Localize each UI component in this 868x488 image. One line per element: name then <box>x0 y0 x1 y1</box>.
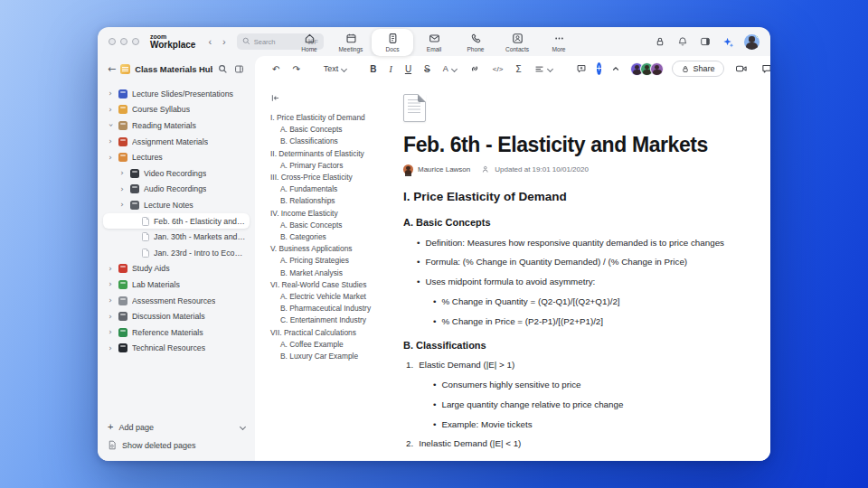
outline-item-v-business-applications[interactable]: V. Business Applications <box>270 243 389 255</box>
bullet-item[interactable]: •Consumers highly sensitive to price <box>403 380 727 389</box>
strikethrough-button[interactable]: S <box>424 64 430 74</box>
chevron-right-icon[interactable]: › <box>107 313 114 321</box>
outline-item-a-fundamentals[interactable]: A. Fundamentals <box>270 183 389 195</box>
bullet-item[interactable]: •% Change in Quantity = (Q2-Q1)/[(Q2+Q1)… <box>403 296 727 306</box>
undo-button[interactable]: ↶ <box>269 62 282 76</box>
outline-item-a-basic-concepts[interactable]: A. Basic Concepts <box>270 220 389 231</box>
outline-item-vi-real-world-case-studies[interactable]: VI. Real-World Case Studies <box>270 279 389 291</box>
tab-home[interactable]: Home <box>288 29 330 55</box>
sidebar-panel-toggle-icon[interactable] <box>233 63 245 75</box>
bullet-item[interactable]: •Uses midpoint formula to avoid asymmetr… <box>403 277 727 286</box>
tab-more[interactable]: More <box>538 29 580 55</box>
tab-email[interactable]: Email <box>413 29 455 55</box>
outline-item-c-entertainment-industry[interactable]: C. Entertainment Industry <box>270 314 389 326</box>
link-button[interactable] <box>467 61 483 76</box>
sidebar-item-reference-materials[interactable]: ›Reference Materials <box>103 324 250 341</box>
code-button[interactable]: </> <box>490 63 506 75</box>
chevron-right-icon[interactable]: › <box>107 106 114 114</box>
chevron-down-icon[interactable]: › <box>107 122 115 129</box>
outline-item-a-coffee-example[interactable]: A. Coffee Example <box>270 339 389 351</box>
bullet-item[interactable]: •Example: Movie tickets <box>403 419 727 429</box>
collaborator-avatar-3[interactable] <box>650 62 664 76</box>
outline-item-b-market-analysis[interactable]: B. Market Analysis <box>270 267 389 279</box>
comment-button[interactable] <box>573 61 590 76</box>
document-page[interactable]: Feb. 6th - Elasticity and Markets Mauric… <box>392 81 770 461</box>
side-panel-icon[interactable] <box>699 35 712 48</box>
chevron-right-icon[interactable]: › <box>107 328 114 336</box>
sidebar-item-lecture-slides-presentations[interactable]: ›Lecture Slides/Presentations <box>103 86 250 102</box>
sidebar-back-icon[interactable]: ← <box>108 63 116 75</box>
share-button[interactable]: Share <box>672 61 724 77</box>
sidebar-item-video-recordings[interactable]: ›Video Recordings <box>103 165 250 182</box>
outline-item-iv-income-elasticity[interactable]: IV. Income Elasticity <box>270 208 389 220</box>
bold-button[interactable]: B <box>370 64 376 74</box>
tab-meetings[interactable]: Meetings <box>330 29 372 55</box>
sidebar-item-assessment-resources[interactable]: ›Assessment Resources <box>103 293 250 309</box>
chevron-right-icon[interactable]: › <box>107 137 114 145</box>
nav-back-button[interactable]: ‹ <box>208 36 212 47</box>
sidebar-item-lectures[interactable]: ›Lectures <box>103 149 250 165</box>
heading-i-price-elasticity-of-demand[interactable]: I. Price Elasticity of Demand <box>403 190 727 203</box>
bullet-item[interactable]: •% Change in Price = (P2-P1)/[(P2+P1)/2] <box>403 316 727 326</box>
document-title[interactable]: Feb. 6th - Elasticity and Markets <box>403 133 727 157</box>
notifications-bell-icon[interactable] <box>676 35 689 48</box>
outline-item-b-luxury-car-example[interactable]: B. Luxury Car Example <box>270 351 389 362</box>
align-dropdown[interactable] <box>532 62 555 76</box>
outline-item-a-basic-concepts[interactable]: A. Basic Concepts <box>270 124 389 136</box>
outline-item-i-price-elasticity-of-demand[interactable]: I. Price Elasticity of Demand <box>270 112 389 124</box>
outline-item-a-pricing-strategies[interactable]: A. Pricing Strategies <box>270 255 389 267</box>
numbered-item[interactable]: 2.Inelastic Demand (|E| < 1) <box>403 438 727 448</box>
sidebar-item-course-syllabus[interactable]: ›Course Syllabus <box>103 102 250 118</box>
italic-button[interactable]: I <box>390 64 392 74</box>
user-avatar[interactable] <box>744 34 760 50</box>
chevron-down-icon[interactable] <box>240 424 246 430</box>
sidebar-item-feb-6th-elasticity-and-m[interactable]: Feb. 6th - Elasticity and M... <box>103 213 250 230</box>
outline-item-ii-determinants-of-elasticity[interactable]: II. Determinants of Elasticity <box>270 148 389 160</box>
insert-block-button[interactable]: + <box>597 62 602 75</box>
sidebar-item-lecture-notes[interactable]: ›Lecture Notes <box>103 197 250 213</box>
chevron-right-icon[interactable]: › <box>107 265 114 273</box>
tab-phone[interactable]: Phone <box>455 29 496 55</box>
sidebar-item-discussion-materials[interactable]: ›Discussion Materials <box>103 308 250 324</box>
bullet-item[interactable]: •Formula: (% Change in Quantity Demanded… <box>403 257 727 267</box>
numbered-item[interactable]: 1.Elastic Demand (|E| > 1) <box>403 360 727 370</box>
collapse-outline-icon[interactable] <box>270 90 281 107</box>
sidebar-item-audio-recordings[interactable]: ›Audio Recordings <box>103 182 250 198</box>
minimize-window-button[interactable] <box>120 38 127 45</box>
outline-item-vii-practical-calculations[interactable]: VII. Practical Calculations <box>270 327 389 339</box>
text-color-dropdown[interactable]: A <box>440 62 459 75</box>
chevron-right-icon[interactable]: › <box>107 89 114 98</box>
sidebar-item-reading-materials[interactable]: ›Reading Materials <box>103 117 250 134</box>
chevron-right-icon[interactable]: › <box>118 201 126 209</box>
outline-item-b-classifications[interactable]: B. Classifications <box>270 136 389 147</box>
chat-icon[interactable] <box>759 61 770 76</box>
ai-companion-sparkle-icon[interactable] <box>722 35 734 48</box>
text-style-dropdown[interactable]: Text <box>321 62 350 75</box>
video-call-icon[interactable] <box>732 61 750 76</box>
sidebar-search-icon[interactable] <box>217 63 229 75</box>
outline-item-b-pharmaceutical-industry[interactable]: B. Pharmaceutical Industry <box>270 303 389 314</box>
sidebar-item-jan-23rd-intro-to-econo[interactable]: Jan. 23rd - Intro to Econo... <box>103 245 250 261</box>
sidebar-item-study-aids[interactable]: ›Study Aids <box>103 261 250 277</box>
outline-item-a-primary-factors[interactable]: A. Primary Factors <box>270 160 389 172</box>
sidebar-item-technical-resources[interactable]: ›Technical Resources <box>103 341 250 357</box>
chevron-right-icon[interactable]: › <box>107 296 114 305</box>
tab-contacts[interactable]: Contacts <box>496 29 538 55</box>
lock-icon[interactable] <box>654 35 666 48</box>
chevron-right-icon[interactable]: › <box>107 280 114 288</box>
add-page-button[interactable]: + Add page <box>108 422 245 432</box>
maximize-window-button[interactable] <box>132 38 139 45</box>
chevron-right-icon[interactable]: › <box>107 154 114 162</box>
sidebar-item-assignment-materials[interactable]: ›Assignment Materials <box>103 134 250 150</box>
heading-a-basic-concepts[interactable]: A. Basic Concepts <box>403 217 727 228</box>
bullet-item[interactable]: •Definition: Measures how responsive qua… <box>403 238 727 248</box>
sidebar-item-jan-30th-markets-and-p[interactable]: Jan. 30th - Markets and P... <box>103 229 250 245</box>
bullet-item[interactable]: •Large quantity change relative to price… <box>403 399 727 409</box>
close-window-button[interactable] <box>108 38 116 45</box>
outline-item-iii-cross-price-elasticity[interactable]: III. Cross-Price Elasticity <box>270 172 389 183</box>
outline-item-a-electric-vehicle-market[interactable]: A. Electric Vehicle Market <box>270 291 389 303</box>
collapse-toolbar-button[interactable] <box>609 62 623 75</box>
chevron-right-icon[interactable]: › <box>118 185 126 193</box>
outline-item-b-categories[interactable]: B. Categories <box>270 231 389 243</box>
outline-item-b-relationships[interactable]: B. Relationships <box>270 195 389 207</box>
